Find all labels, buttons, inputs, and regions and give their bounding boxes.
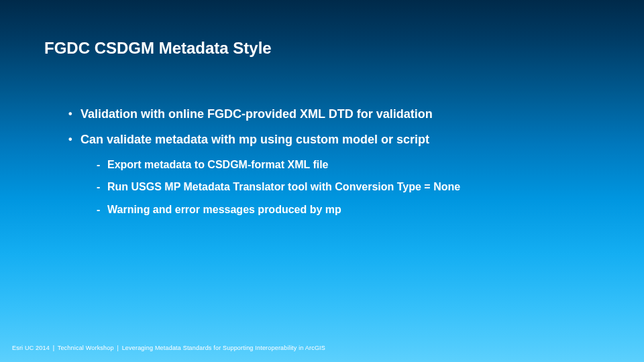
slide: FGDC CSDGM Metadata Style Validation wit… xyxy=(0,0,644,362)
list-item: Validation with online FGDC-provided XML… xyxy=(68,106,644,122)
footer-separator: | xyxy=(53,345,55,351)
list-item-text: Can validate metadata with mp using cust… xyxy=(80,133,429,146)
footer: Esri UC 2014 | Technical Workshop | Leve… xyxy=(12,345,325,351)
sub-list-item: Warning and error messages produced by m… xyxy=(97,202,644,217)
bullet-list: Validation with online FGDC-provided XML… xyxy=(44,106,644,217)
sub-list-item: Run USGS MP Metadata Translator tool wit… xyxy=(97,180,644,194)
footer-session: Leveraging Metadata Standards for Suppor… xyxy=(122,345,325,351)
sub-list: Export metadata to CSDGM-format XML file… xyxy=(80,158,644,217)
footer-separator: | xyxy=(117,345,119,351)
list-item: Can validate metadata with mp using cust… xyxy=(68,131,644,217)
footer-event: Esri UC 2014 xyxy=(12,345,50,351)
slide-title: FGDC CSDGM Metadata Style xyxy=(44,39,644,58)
list-item-text: Validation with online FGDC-provided XML… xyxy=(80,107,433,121)
sub-list-item: Export metadata to CSDGM-format XML file xyxy=(97,158,644,172)
footer-track: Technical Workshop xyxy=(58,345,114,351)
